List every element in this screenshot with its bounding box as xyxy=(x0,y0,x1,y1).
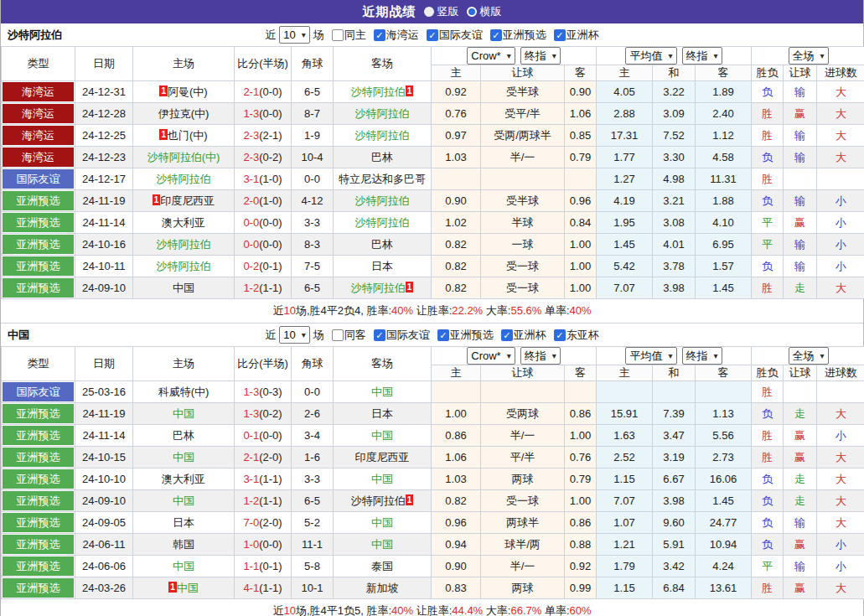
table-row: 亚洲预选24-09-10中国1-2(1-1)6-5沙特阿拉伯10.82受一球1.… xyxy=(2,277,864,299)
chevron-down-icon: ▾ xyxy=(714,51,718,60)
home-team-name: 中国 xyxy=(173,282,194,294)
odds-stage-select[interactable]: 终指▾ xyxy=(520,347,561,365)
avg-away-cell: 4.10 xyxy=(696,212,752,234)
avg-draw-cell: 7.39 xyxy=(653,403,696,425)
checked-checkbox-icon[interactable]: ✓ xyxy=(427,29,438,41)
home-team-cell: 1也门(中) xyxy=(133,125,235,147)
checked-checkbox-icon[interactable]: ✓ xyxy=(501,329,513,341)
average-select[interactable]: 平均值▾ xyxy=(625,47,676,65)
summary-part: 40% xyxy=(570,304,592,317)
handicap-cell-value: 半/一 xyxy=(510,151,535,163)
result-handicap-cell xyxy=(784,381,817,403)
result-goals-cell-value: 大 xyxy=(836,85,846,98)
checked-checkbox-icon[interactable]: ✓ xyxy=(554,329,566,341)
period-select[interactable]: 全场▾ xyxy=(789,47,829,65)
checked-checkbox-icon[interactable]: ✓ xyxy=(490,29,502,41)
match-type-cell: 亚洲预选 xyxy=(2,212,75,234)
filter-checkbox-2[interactable]: ✓亚洲预选 xyxy=(437,324,494,346)
games-label: 场 xyxy=(313,23,324,46)
average-select[interactable]: 平均值▾ xyxy=(625,347,676,365)
match-type-badge: 亚洲预选 xyxy=(3,535,74,554)
score-cell: 1-3(0-0) xyxy=(235,103,292,125)
checked-checkbox-icon[interactable]: ✓ xyxy=(554,29,566,41)
avg-home-cell-value: 1.45 xyxy=(613,238,634,251)
match-count-select[interactable]: 10▾ xyxy=(279,26,310,44)
recent-results-panel: 近期战绩 竖版 横版 沙特阿拉伯近10▾场同主✓海湾运✓国际友谊✓亚洲预选✓亚洲… xyxy=(0,0,864,616)
match-type-badge: 海湾运 xyxy=(3,104,74,123)
filter-checkbox-2[interactable]: ✓国际友谊 xyxy=(427,23,483,46)
away-team-name: 中国 xyxy=(371,516,393,529)
result-outcome-cell: 胜 xyxy=(752,577,784,599)
avg-away-cell: 24.77 xyxy=(696,512,752,534)
odds-stage-select[interactable]: 终指▾ xyxy=(520,47,561,65)
avg-away-cell: 10.94 xyxy=(696,534,752,556)
away-team-cell: 沙特阿拉伯 xyxy=(334,103,432,125)
home-team-cell: 1中国 xyxy=(133,577,235,599)
result-outcome-cell: 胜 xyxy=(752,125,784,147)
filter-checkbox-label: 国际友谊 xyxy=(439,23,483,46)
filter-checkbox-0[interactable]: 同主 xyxy=(332,23,366,46)
filter-checkbox-4[interactable]: ✓亚洲杯 xyxy=(554,23,599,46)
filter-checkbox-4[interactable]: ✓东亚杯 xyxy=(554,324,599,346)
horizontal-radio[interactable] xyxy=(467,7,477,17)
home-team-cell: 伊拉克(中) xyxy=(133,103,235,125)
average-stage-select[interactable]: 终指▾ xyxy=(682,347,722,365)
match-type-badge: 亚洲预选 xyxy=(3,278,74,298)
odds-away-cell: 0.99 xyxy=(565,577,597,599)
result-outcome-cell: 平 xyxy=(752,212,784,234)
red-card-badge: 1 xyxy=(159,129,168,140)
away-team-name: 印度尼西亚 xyxy=(355,451,410,463)
fulltime-score: 1-1 xyxy=(243,560,259,572)
match-type-badge: 亚洲预选 xyxy=(3,191,74,210)
filter-checkbox-0[interactable]: 同客 xyxy=(332,324,366,346)
odds-away-cell-value: 0.90 xyxy=(570,85,591,98)
checked-checkbox-icon[interactable]: ✓ xyxy=(374,329,385,341)
match-type-badge: 亚洲预选 xyxy=(3,256,74,276)
unchecked-checkbox-icon[interactable] xyxy=(332,29,344,41)
result-outcome-cell-value: 负 xyxy=(762,194,773,207)
away-team-cell: 新加坡 xyxy=(334,577,432,599)
date-cell: 24-10-15 xyxy=(75,447,133,468)
vertical-radio[interactable] xyxy=(424,7,434,17)
layout-option-horizontal[interactable]: 横版 xyxy=(467,4,502,19)
chevron-down-icon: ▾ xyxy=(302,324,306,346)
layout-option-vertical[interactable]: 竖版 xyxy=(424,4,459,19)
filter-checkbox-3[interactable]: ✓亚洲杯 xyxy=(501,324,546,346)
avg-home-cell-value: 2.88 xyxy=(613,107,634,120)
avg-home-cell: 7.07 xyxy=(597,490,653,512)
result-outcome-cell: 负 xyxy=(752,147,784,168)
sub-column-header: 让球 xyxy=(481,365,565,381)
odds-home-cell-value: 0.86 xyxy=(445,429,466,442)
checked-checkbox-icon[interactable]: ✓ xyxy=(374,29,385,41)
odds-away-cell-value: 0.99 xyxy=(570,582,591,594)
filter-checkbox-1[interactable]: ✓海湾运 xyxy=(374,23,419,46)
result-goals-cell-value: 大 xyxy=(836,107,846,120)
checked-checkbox-icon[interactable]: ✓ xyxy=(437,329,449,341)
horizontal-radio-label: 横版 xyxy=(480,4,502,19)
avg-home-cell: 1.15 xyxy=(597,577,653,599)
score-cell: 1-1(0-1) xyxy=(235,556,292,577)
filter-checkbox-label: 国际友谊 xyxy=(386,324,430,346)
handicap-cell-value: 受一球 xyxy=(506,494,539,507)
average-stage-select[interactable]: 终指▾ xyxy=(682,47,722,65)
bookmaker-select[interactable]: Crow*▾ xyxy=(467,47,515,65)
halftime-score: (0-0) xyxy=(259,107,282,120)
avg-draw-cell-value: 9.60 xyxy=(663,516,684,529)
summary-part: 60% xyxy=(570,604,592,616)
filter-checkbox-1[interactable]: ✓国际友谊 xyxy=(374,324,430,346)
result-handicap-cell-value: 赢 xyxy=(794,429,805,442)
filter-checkbox-3[interactable]: ✓亚洲预选 xyxy=(490,23,546,46)
odds-home-cell: 0.90 xyxy=(432,556,481,577)
fulltime-score: 2-3 xyxy=(243,129,259,142)
result-goals-cell: 小 xyxy=(817,190,864,212)
unchecked-checkbox-icon[interactable] xyxy=(332,329,344,341)
bookmaker-select[interactable]: Crow*▾ xyxy=(467,347,515,365)
result-outcome-cell: 负 xyxy=(752,256,784,277)
result-handicap-cell-value: 输 xyxy=(794,85,805,98)
match-count-select[interactable]: 10▾ xyxy=(279,326,310,344)
home-team-cell: 沙特阿拉伯 xyxy=(133,256,235,277)
avg-away-cell-value: 1.57 xyxy=(712,260,733,272)
match-type-cell: 亚洲预选 xyxy=(2,577,75,599)
period-select[interactable]: 全场▾ xyxy=(789,347,829,365)
fulltime-score: 2-3 xyxy=(243,151,259,163)
